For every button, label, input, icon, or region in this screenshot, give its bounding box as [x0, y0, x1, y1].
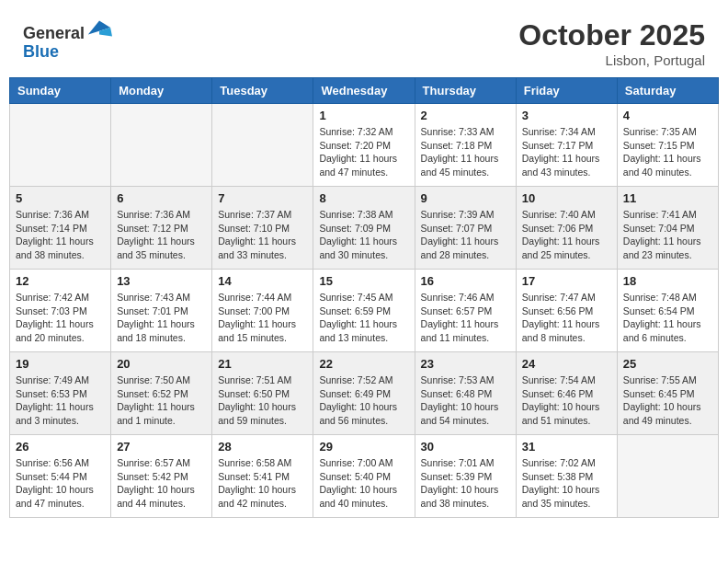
day-info: Sunrise: 7:32 AMSunset: 7:20 PMDaylight:… — [319, 125, 408, 179]
calendar-cell — [212, 104, 313, 187]
header: General Blue October 2025 Lisbon, Portug… — [9, 9, 719, 73]
calendar-cell: 27Sunrise: 6:57 AMSunset: 5:42 PMDayligh… — [111, 435, 212, 518]
calendar-cell: 29Sunrise: 7:00 AMSunset: 5:40 PMDayligh… — [313, 435, 415, 518]
calendar-cell: 15Sunrise: 7:45 AMSunset: 6:59 PMDayligh… — [313, 270, 415, 352]
calendar-week-row: 12Sunrise: 7:42 AMSunset: 7:03 PMDayligh… — [10, 270, 719, 352]
logo: General Blue — [23, 18, 112, 62]
day-number: 12 — [16, 274, 105, 288]
day-number: 22 — [319, 357, 408, 371]
calendar-cell: 9Sunrise: 7:39 AMSunset: 7:07 PMDaylight… — [415, 187, 516, 270]
calendar-cell: 13Sunrise: 7:43 AMSunset: 7:01 PMDayligh… — [111, 270, 212, 352]
logo-general: General — [23, 24, 85, 42]
day-number: 27 — [117, 440, 206, 454]
day-number: 29 — [319, 440, 408, 454]
day-number: 11 — [623, 191, 712, 205]
calendar-cell: 21Sunrise: 7:51 AMSunset: 6:50 PMDayligh… — [212, 352, 313, 435]
day-info: Sunrise: 7:49 AMSunset: 6:53 PMDaylight:… — [16, 373, 105, 428]
day-info: Sunrise: 7:50 AMSunset: 6:52 PMDaylight:… — [117, 373, 206, 428]
day-info: Sunrise: 7:00 AMSunset: 5:40 PMDaylight:… — [319, 456, 408, 511]
calendar-header-sunday: Sunday — [10, 78, 111, 104]
day-info: Sunrise: 7:47 AMSunset: 6:56 PMDaylight:… — [522, 291, 611, 345]
logo-text: General Blue — [23, 18, 112, 62]
calendar-header-monday: Monday — [111, 78, 212, 104]
calendar-cell: 18Sunrise: 7:48 AMSunset: 6:54 PMDayligh… — [617, 270, 718, 352]
calendar-cell — [10, 104, 111, 187]
calendar-cell: 28Sunrise: 6:58 AMSunset: 5:41 PMDayligh… — [212, 435, 313, 518]
day-info: Sunrise: 7:46 AMSunset: 6:57 PMDaylight:… — [421, 291, 510, 345]
calendar-cell: 2Sunrise: 7:33 AMSunset: 7:18 PMDaylight… — [415, 104, 516, 187]
calendar-cell: 5Sunrise: 7:36 AMSunset: 7:14 PMDaylight… — [10, 187, 111, 270]
calendar-cell: 22Sunrise: 7:52 AMSunset: 6:49 PMDayligh… — [313, 352, 415, 435]
day-info: Sunrise: 7:53 AMSunset: 6:48 PMDaylight:… — [421, 373, 510, 428]
day-info: Sunrise: 7:36 AMSunset: 7:12 PMDaylight:… — [117, 208, 206, 262]
calendar-cell: 17Sunrise: 7:47 AMSunset: 6:56 PMDayligh… — [516, 270, 617, 352]
day-info: Sunrise: 7:41 AMSunset: 7:04 PMDaylight:… — [623, 208, 712, 262]
calendar-cell: 14Sunrise: 7:44 AMSunset: 7:00 PMDayligh… — [212, 270, 313, 352]
calendar-week-row: 1Sunrise: 7:32 AMSunset: 7:20 PMDaylight… — [10, 104, 719, 187]
day-info: Sunrise: 7:54 AMSunset: 6:46 PMDaylight:… — [522, 373, 611, 428]
calendar-cell: 7Sunrise: 7:37 AMSunset: 7:10 PMDaylight… — [212, 187, 313, 270]
day-info: Sunrise: 7:35 AMSunset: 7:15 PMDaylight:… — [623, 125, 712, 179]
location: Lisbon, Portugal — [518, 52, 705, 68]
calendar-header-row: SundayMondayTuesdayWednesdayThursdayFrid… — [10, 78, 719, 104]
day-info: Sunrise: 6:57 AMSunset: 5:42 PMDaylight:… — [117, 456, 206, 511]
calendar-week-row: 19Sunrise: 7:49 AMSunset: 6:53 PMDayligh… — [10, 352, 719, 435]
day-info: Sunrise: 7:02 AMSunset: 5:38 PMDaylight:… — [522, 456, 611, 511]
day-info: Sunrise: 7:01 AMSunset: 5:39 PMDaylight:… — [421, 456, 510, 511]
day-info: Sunrise: 7:39 AMSunset: 7:07 PMDaylight:… — [421, 208, 510, 262]
day-number: 2 — [421, 109, 510, 122]
month-title: October 2025 — [518, 18, 705, 52]
calendar-cell: 10Sunrise: 7:40 AMSunset: 7:06 PMDayligh… — [516, 187, 617, 270]
day-number: 25 — [623, 357, 712, 371]
day-number: 5 — [16, 191, 105, 205]
calendar-week-row: 5Sunrise: 7:36 AMSunset: 7:14 PMDaylight… — [10, 187, 719, 270]
day-number: 15 — [319, 274, 408, 288]
day-number: 3 — [522, 109, 611, 122]
calendar-header-tuesday: Tuesday — [212, 78, 313, 104]
day-info: Sunrise: 7:40 AMSunset: 7:06 PMDaylight:… — [522, 208, 611, 262]
calendar-cell: 23Sunrise: 7:53 AMSunset: 6:48 PMDayligh… — [415, 352, 516, 435]
calendar-header-thursday: Thursday — [415, 78, 516, 104]
day-number: 1 — [319, 109, 408, 122]
calendar-cell: 1Sunrise: 7:32 AMSunset: 7:20 PMDaylight… — [313, 104, 415, 187]
day-number: 10 — [522, 191, 611, 205]
day-info: Sunrise: 7:33 AMSunset: 7:18 PMDaylight:… — [421, 125, 510, 179]
day-number: 18 — [623, 274, 712, 288]
day-number: 17 — [522, 274, 611, 288]
calendar-cell: 3Sunrise: 7:34 AMSunset: 7:17 PMDaylight… — [516, 104, 617, 187]
logo-bird-icon — [86, 18, 112, 39]
day-number: 26 — [16, 440, 105, 454]
day-number: 4 — [623, 109, 712, 122]
day-number: 30 — [421, 440, 510, 454]
day-number: 20 — [117, 357, 206, 371]
day-info: Sunrise: 7:37 AMSunset: 7:10 PMDaylight:… — [218, 208, 307, 262]
day-number: 19 — [16, 357, 105, 371]
calendar-cell: 12Sunrise: 7:42 AMSunset: 7:03 PMDayligh… — [10, 270, 111, 352]
calendar-cell — [617, 435, 718, 518]
day-info: Sunrise: 7:42 AMSunset: 7:03 PMDaylight:… — [16, 291, 105, 345]
day-info: Sunrise: 7:38 AMSunset: 7:09 PMDaylight:… — [319, 208, 408, 262]
day-number: 31 — [522, 440, 611, 454]
calendar-cell: 19Sunrise: 7:49 AMSunset: 6:53 PMDayligh… — [10, 352, 111, 435]
calendar-cell: 4Sunrise: 7:35 AMSunset: 7:15 PMDaylight… — [617, 104, 718, 187]
day-info: Sunrise: 6:58 AMSunset: 5:41 PMDaylight:… — [218, 456, 307, 511]
day-info: Sunrise: 7:51 AMSunset: 6:50 PMDaylight:… — [218, 373, 307, 428]
calendar-cell: 20Sunrise: 7:50 AMSunset: 6:52 PMDayligh… — [111, 352, 212, 435]
day-number: 14 — [218, 274, 307, 288]
calendar-header-friday: Friday — [516, 78, 617, 104]
calendar-cell: 26Sunrise: 6:56 AMSunset: 5:44 PMDayligh… — [10, 435, 111, 518]
calendar-cell: 24Sunrise: 7:54 AMSunset: 6:46 PMDayligh… — [516, 352, 617, 435]
day-number: 8 — [319, 191, 408, 205]
day-number: 21 — [218, 357, 307, 371]
day-info: Sunrise: 7:45 AMSunset: 6:59 PMDaylight:… — [319, 291, 408, 345]
calendar-cell: 16Sunrise: 7:46 AMSunset: 6:57 PMDayligh… — [415, 270, 516, 352]
calendar-header-saturday: Saturday — [617, 78, 718, 104]
calendar-cell: 11Sunrise: 7:41 AMSunset: 7:04 PMDayligh… — [617, 187, 718, 270]
day-info: Sunrise: 7:43 AMSunset: 7:01 PMDaylight:… — [117, 291, 206, 345]
day-number: 23 — [421, 357, 510, 371]
day-number: 7 — [218, 191, 307, 205]
day-number: 28 — [218, 440, 307, 454]
calendar-table: SundayMondayTuesdayWednesdayThursdayFrid… — [9, 77, 719, 518]
day-number: 24 — [522, 357, 611, 371]
day-info: Sunrise: 7:48 AMSunset: 6:54 PMDaylight:… — [623, 291, 712, 345]
